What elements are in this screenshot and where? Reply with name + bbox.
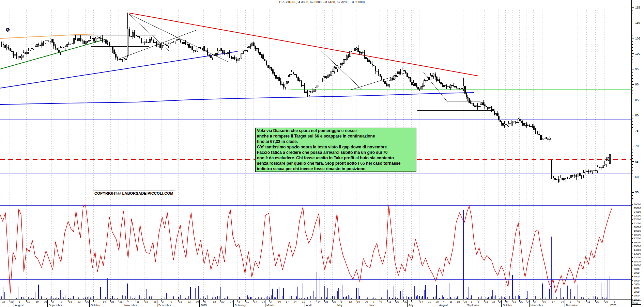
month-label: December: [566, 304, 579, 307]
month-label: August: [15, 304, 24, 307]
week-label: 16: [388, 300, 392, 303]
week-label: 17: [552, 300, 555, 303]
week-label: 11: [450, 300, 453, 303]
svg-text:80: 80: [635, 114, 639, 117]
month-label: August: [439, 304, 448, 307]
date-axis: 2229August5121926September29162330Octobe…: [0, 300, 631, 307]
week-label: 12: [349, 300, 352, 303]
svg-text:23000: 23000: [634, 214, 641, 217]
week-label: 19: [357, 300, 360, 303]
week-label: 14: [420, 300, 423, 303]
month-label: July: [409, 304, 413, 307]
week-label: 7: [412, 300, 414, 303]
week-label: 29: [499, 300, 502, 303]
svg-text:90: 90: [635, 83, 639, 86]
svg-text:3000: 3000: [634, 290, 640, 293]
week-label: 28: [436, 300, 439, 303]
week-label: 23: [396, 300, 399, 303]
week-label: 17: [254, 300, 257, 303]
svg-text:7000: 7000: [634, 275, 640, 278]
month-label: December: [158, 304, 171, 307]
week-label: 20: [221, 300, 225, 303]
week-label: 14: [103, 300, 106, 303]
week-label: 28: [333, 300, 336, 303]
svg-text:17000: 17000: [634, 237, 641, 240]
week-label: 9: [381, 300, 382, 303]
month-label: March: [266, 304, 274, 307]
svg-text:65: 65: [635, 160, 639, 163]
svg-text:115: 115: [635, 6, 640, 9]
week-label: 24: [561, 300, 564, 303]
week-label: 15: [587, 300, 591, 303]
annotation-line: indietro secca per chi invece fosse rima…: [257, 166, 415, 172]
week-label: 24: [294, 300, 297, 303]
svg-text:2000: 2000: [634, 294, 640, 297]
svg-text:110: 110: [635, 21, 640, 25]
chart-window: 5560657075808590951001051101151000200030…: [0, 0, 644, 307]
svg-text:26000: 26000: [634, 203, 641, 206]
week-label: 4: [443, 300, 445, 303]
svg-text:5000: 5000: [634, 283, 640, 286]
week-label: 23: [78, 300, 81, 303]
month-label: February: [235, 304, 246, 307]
svg-text:21000: 21000: [634, 222, 641, 225]
week-label: 3: [239, 300, 240, 303]
week-label: 18: [457, 300, 460, 303]
week-label: 14: [318, 300, 321, 303]
week-label: 10: [246, 300, 249, 303]
week-label: 13: [513, 300, 516, 303]
week-label: 2: [162, 300, 164, 303]
svg-text:25000: 25000: [634, 207, 641, 210]
month-label: 2026: [610, 304, 616, 307]
svg-text:95: 95: [635, 67, 639, 71]
week-label: 3: [270, 300, 272, 303]
svg-text:105: 105: [635, 37, 640, 40]
week-label: 30: [404, 300, 408, 303]
week-label: 2: [373, 300, 374, 303]
week-label: 18: [145, 300, 148, 303]
week-label: 28: [120, 300, 123, 303]
svg-text:100: 100: [635, 52, 640, 55]
week-label: 6: [204, 300, 206, 303]
week-label: 3: [534, 300, 536, 303]
svg-text:18000: 18000: [634, 233, 641, 236]
week-label: 4: [128, 300, 130, 303]
week-label: 22: [492, 300, 495, 303]
svg-text:11000: 11000: [634, 260, 641, 263]
week-label: 29: [11, 300, 14, 303]
month-label: September: [467, 304, 480, 307]
annotation-line: senza rosicare per quello che farà. Stop…: [257, 161, 415, 166]
week-label: 17: [286, 300, 289, 303]
svg-text:9000: 9000: [634, 268, 640, 271]
week-label: 5: [614, 300, 616, 303]
svg-text:20000: 20000: [634, 226, 641, 229]
svg-text:13000: 13000: [634, 252, 641, 255]
month-label: 2025: [201, 304, 207, 307]
week-label: 1: [471, 300, 473, 303]
svg-text:22000: 22000: [634, 218, 641, 221]
annotation-box: Vola via Diasorin che spara nel pomerigg…: [255, 128, 416, 172]
month-label: June: [369, 304, 375, 307]
month-label: April: [306, 304, 311, 307]
annotation-line: Faccio fatica a credere che possa arriva…: [257, 150, 415, 155]
week-label: 20: [520, 300, 523, 303]
week-label: 5: [341, 300, 343, 303]
week-label: 10: [543, 300, 546, 303]
week-label: 5: [19, 300, 20, 303]
week-label: 1: [570, 300, 571, 303]
week-label: 9: [171, 300, 172, 303]
week-label: 10: [278, 300, 281, 303]
week-label: 22: [2, 300, 5, 303]
week-label: 21: [428, 300, 431, 303]
week-label: 15: [485, 300, 488, 303]
month-label: September: [49, 304, 62, 307]
week-label: 26: [44, 300, 47, 303]
week-label: 2: [52, 300, 54, 303]
event-marker-badge: 3: [6, 28, 10, 32]
svg-text:12000: 12000: [634, 256, 641, 259]
week-label: 29: [605, 300, 608, 303]
week-label: 21: [111, 300, 114, 303]
chart-title: DIASORIN (64.3800, 67.8000, 63.6400, 67.…: [0, 0, 644, 4]
week-label: 25: [464, 300, 467, 303]
week-label: 9: [61, 300, 63, 303]
